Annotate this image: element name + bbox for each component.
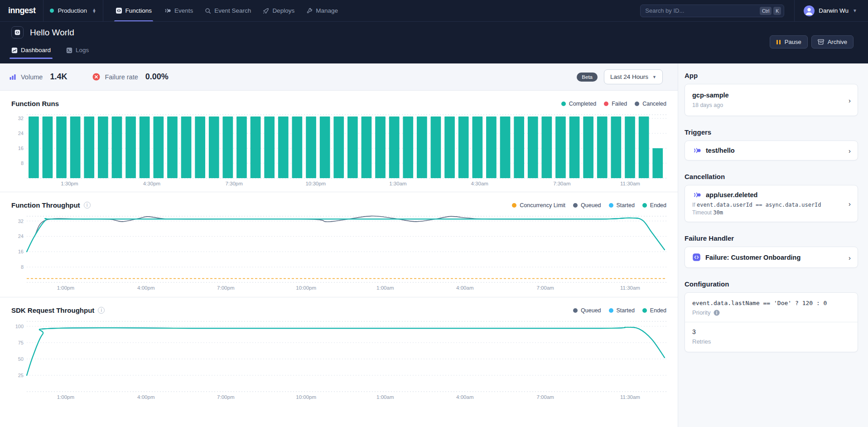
legend-label: Canceled (642, 101, 666, 107)
svg-text:100: 100 (15, 324, 24, 329)
legend-label: Queued (581, 202, 601, 209)
legend-label: Completed (569, 101, 596, 107)
nav-tab-label: Deploys (272, 7, 294, 14)
dashboard-main: Volume 1.4K Failure rate 0.00% Beta Last… (0, 63, 678, 427)
legend-label: Ended (650, 202, 666, 209)
failure-handler-card[interactable]: Failure: Customer Onboarding › (685, 247, 858, 268)
triggers-heading: Triggers (685, 128, 858, 136)
nav-tab-event-search[interactable]: Event Search (199, 0, 257, 21)
tab-dashboard[interactable]: Dashboard (11, 47, 51, 59)
svg-text:8: 8 (21, 160, 24, 166)
svg-text:7:00am: 7:00am (537, 285, 554, 291)
chevron-up-down-icon: ▲▼ (92, 9, 96, 13)
pause-icon (776, 39, 781, 45)
configuration-card: event.data.lastName == 'Doe' ? 120 : 0 P… (685, 292, 858, 352)
cancellation-timeout-label: Timeout (692, 209, 712, 216)
svg-text:10:30pm: 10:30pm (305, 181, 326, 186)
failure-handler-section: Failure Handler Failure: Customer Onboar… (685, 234, 858, 268)
svg-text:24: 24 (18, 131, 24, 136)
sdk-throughput-chart: 2550751001:00pm4:00pm7:00pm10:00pm1:00am… (11, 318, 666, 403)
divider (685, 322, 858, 322)
code-box-icon (116, 7, 122, 14)
time-range-select[interactable]: Last 24 Hours ▼ (604, 69, 663, 84)
info-icon[interactable] (714, 310, 720, 316)
nav-tab-manage[interactable]: Manage (300, 0, 344, 21)
pause-button[interactable]: Pause (770, 35, 808, 49)
svg-text:1:00pm: 1:00pm (57, 285, 74, 291)
legend-item: Started (609, 202, 635, 209)
failure-rate-stat: Failure rate 0.00% (92, 72, 168, 82)
svg-text:1:30am: 1:30am (389, 181, 406, 186)
wrench-icon (306, 8, 313, 14)
configuration-heading: Configuration (685, 280, 858, 288)
nav-tab-label: Functions (125, 7, 152, 14)
volume-value: 1.4K (50, 72, 67, 82)
function-icon (11, 26, 24, 39)
search-input[interactable] (645, 7, 758, 14)
chevron-right-icon: › (849, 96, 851, 104)
cancellation-section: Cancellation app/user.deleted If event.d… (685, 173, 858, 222)
function-runs-title: Function Runs (11, 100, 59, 107)
tab-label: Dashboard (21, 47, 51, 53)
cancellation-card[interactable]: app/user.deleted If event.data.userId ==… (685, 185, 858, 222)
kbd-ctrl: Ctrl (760, 7, 772, 15)
svg-text:7:30am: 7:30am (553, 181, 570, 186)
svg-text:11:30am: 11:30am (620, 285, 640, 291)
nav-tab-deploys[interactable]: Deploys (257, 0, 300, 21)
svg-text:25: 25 (18, 373, 24, 378)
environment-status-dot (50, 9, 54, 13)
volume-stat: Volume 1.4K (9, 72, 67, 82)
priority-expression: event.data.lastName == 'Doe' ? 120 : 0 (692, 300, 850, 306)
retries-value: 3 (692, 328, 850, 335)
nav-tab-label: Manage (316, 7, 338, 14)
top-nav: inngest Production ▲▼ Functions Events E… (0, 0, 868, 22)
failure-rate-label: Failure rate (105, 73, 138, 81)
code-box-icon (692, 253, 701, 262)
tab-logs[interactable]: Logs (66, 47, 89, 59)
environment-switcher[interactable]: Production ▲▼ (43, 0, 103, 21)
legend-label: Ended (650, 307, 666, 314)
svg-text:4:30am: 4:30am (471, 181, 488, 186)
avatar (804, 5, 815, 16)
app-card[interactable]: gcp-sample 18 days ago › (685, 84, 858, 116)
nav-tab-events[interactable]: Events (158, 0, 199, 21)
user-menu[interactable]: Darwin Wu ▼ (794, 0, 868, 21)
svg-text:75: 75 (18, 340, 24, 345)
global-search[interactable]: Ctrl K (640, 5, 784, 17)
info-icon[interactable]: i (98, 307, 105, 314)
tab-label: Logs (76, 47, 89, 53)
svg-text:1:00am: 1:00am (376, 394, 394, 400)
archive-button[interactable]: Archive (811, 35, 854, 49)
svg-text:1:30pm: 1:30pm (61, 181, 78, 186)
page-title: Hello World (30, 28, 74, 38)
sdk-throughput-section: SDK Request Throughput i Queued Started … (0, 297, 678, 405)
cancellation-heading: Cancellation (685, 173, 858, 180)
function-runs-section: Function Runs Completed Failed Canceled … (0, 91, 678, 192)
chevron-right-icon: › (849, 147, 851, 155)
nav-tab-functions[interactable]: Functions (110, 0, 158, 21)
nav-tab-label: Events (174, 7, 193, 14)
kbd-k: K (773, 7, 781, 15)
archive-label: Archive (828, 39, 847, 45)
svg-text:11:30am: 11:30am (620, 181, 640, 186)
legend-dot (573, 203, 578, 208)
legend-dot (561, 102, 566, 106)
function-runs-legend: Completed Failed Canceled (561, 101, 666, 107)
svg-text:24: 24 (18, 233, 24, 239)
info-icon[interactable]: i (84, 202, 91, 209)
cancellation-if-label: If (692, 202, 695, 208)
cancellation-timeout-value: 30m (713, 209, 723, 216)
terminal-icon (66, 47, 72, 53)
details-sidebar: App gcp-sample 18 days ago › Triggers te… (678, 63, 868, 427)
svg-text:8: 8 (21, 264, 24, 270)
legend-label: Failed (612, 101, 627, 107)
function-runs-chart: 81624321:30pm4:30pm7:30pm10:30pm1:30am4:… (11, 111, 666, 190)
user-name: Darwin Wu (819, 7, 849, 14)
trigger-card[interactable]: test/hello › (685, 141, 858, 160)
legend-dot (573, 308, 578, 313)
legend-dot (604, 102, 608, 106)
app-updated: 18 days ago (692, 102, 839, 108)
failure-rate-value: 0.00% (145, 72, 169, 82)
volume-label: Volume (21, 73, 43, 81)
event-waves-icon (164, 8, 171, 14)
